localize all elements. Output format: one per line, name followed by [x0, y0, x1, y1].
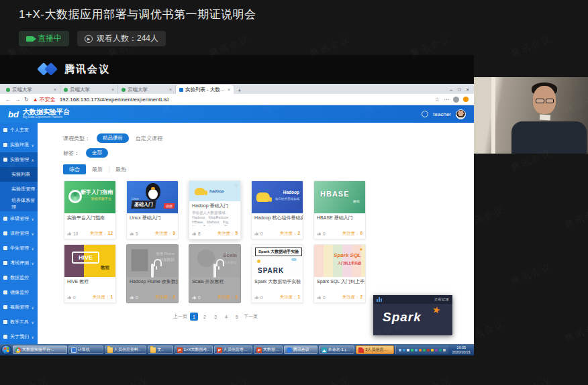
taskbar-button-powerpoint[interactable]: 人员信息培训..: [214, 345, 252, 354]
reload-icon[interactable]: ↻: [24, 97, 29, 103]
tray-icon[interactable]: [435, 349, 438, 351]
live-badge: 直播中: [19, 31, 69, 46]
sidebar-item-home[interactable]: 个人主页: [0, 123, 38, 138]
likes-count[interactable]: 8: [192, 231, 201, 236]
submenu-item-training-system[interactable]: 培养体系管理: [0, 197, 38, 211]
extensions-icon[interactable]: ⋯: [444, 97, 449, 103]
sort-tab-comprehensive[interactable]: 综合: [63, 164, 86, 174]
taskbar-button-pdf[interactable]: 2人员信息登记..: [356, 345, 394, 354]
filter-pill-selected[interactable]: 精品课程: [97, 133, 129, 143]
likes-count[interactable]: 0: [317, 295, 326, 300]
taskbar-clock[interactable]: 16:05 2020/10/21: [450, 345, 473, 354]
tray-icon[interactable]: [407, 349, 409, 351]
pagination-page[interactable]: 5: [233, 313, 241, 321]
course-card-locked[interactable]: Scala 开发教程 Scala 开发教程 0 关注度：1: [189, 244, 241, 303]
favorite-star-icon[interactable]: ☆: [234, 182, 238, 188]
course-card[interactable]: Hadoop 核心组件基础实战 Hadoop 核心组件基础实战 0 关注度：2: [251, 180, 303, 239]
submenu-item-experiment-library[interactable]: 实验库管理: [0, 182, 38, 197]
profile-avatar-icon[interactable]: [453, 97, 459, 103]
pip-header: 正在记录: [373, 295, 452, 304]
spark-video-overlay[interactable]: 正在记录 ★ Spark: [373, 295, 452, 335]
sidebar-item-experiment-mgmt[interactable]: 实验管理 ∧: [0, 152, 38, 167]
likes-count[interactable]: 0: [254, 295, 263, 300]
message-icon[interactable]: [422, 111, 428, 117]
likes-count[interactable]: 0: [254, 231, 263, 236]
new-tab-button[interactable]: +: [234, 87, 245, 94]
tag-pill-all[interactable]: 全部: [86, 148, 108, 158]
thumbs-up-icon: [67, 231, 72, 236]
taskbar-button-powerpoint[interactable]: 大数据应用部..: [254, 345, 283, 354]
course-card[interactable]: Linux 基础入门 动画 Linux 基础入门 5 关注度：9: [126, 180, 179, 239]
forward-icon[interactable]: →: [15, 97, 20, 103]
sidebar-item-class-mgmt[interactable]: 班级管理 ∨: [0, 211, 38, 226]
course-card-locked[interactable]: 使用 Flume 收集数据 Hadoop Flume 收集数据.. 0 关注度：…: [126, 244, 179, 303]
taskbar-button-folder[interactable]: 人员信息资料..: [105, 345, 147, 354]
tab-close-icon[interactable]: ×: [228, 87, 230, 92]
browser-tab[interactable]: 云端大学 ×: [118, 85, 176, 94]
tab-close-icon[interactable]: ×: [169, 87, 172, 92]
close-button[interactable]: ×: [467, 87, 469, 93]
sidebar-item-about[interactable]: 关于我们 ∨: [0, 329, 38, 344]
likes-count[interactable]: 0: [192, 295, 201, 300]
update-dot-icon[interactable]: [463, 97, 469, 102]
taskbar-button-meeting[interactable]: 腾讯会议: [284, 345, 317, 354]
tab-close-icon[interactable]: ×: [54, 87, 56, 92]
pagination-page[interactable]: 2: [201, 313, 209, 321]
back-icon[interactable]: ←: [5, 97, 11, 103]
sidebar-item-student-mgmt[interactable]: 学生管理 ∨: [0, 241, 38, 256]
browser-tab[interactable]: 云端大学 ×: [60, 85, 118, 94]
taskbar-button-chrome[interactable]: 大数据实验平台-..: [13, 345, 67, 354]
sidebar-item-environment[interactable]: 实验环境 ∨: [0, 138, 38, 152]
sort-tab-newest[interactable]: 最新: [86, 164, 109, 174]
pagination-prev[interactable]: 上一页: [173, 313, 187, 320]
sidebar-item-video-mgmt[interactable]: 视频管理 ∨: [0, 300, 38, 315]
tray-icon[interactable]: [403, 349, 405, 351]
tray-icon[interactable]: [443, 349, 446, 351]
sidebar-item-course-mgmt[interactable]: 课程管理 ∨: [0, 226, 38, 241]
tray-icon[interactable]: [411, 349, 413, 351]
filter-option-custom[interactable]: 自定义课程: [136, 135, 162, 142]
sidebar-item-teaching-tools[interactable]: 教学工具 ∨: [0, 315, 38, 329]
course-card[interactable]: HBASE 教程 HBASE 基础入门 0 关注度：0: [313, 180, 366, 239]
sidebar-item-exam[interactable]: 考试评测 ∨: [0, 256, 38, 270]
tray-icon[interactable]: [419, 349, 422, 351]
taskbar-button-computer[interactable]: 计算机: [68, 345, 103, 354]
browser-tab[interactable]: 云端大学 ×: [3, 85, 60, 94]
course-card[interactable]: Spark 大数据动手实验 SPARK Spark 大数据动手实验 0 关注度：…: [251, 244, 303, 303]
tray-icon[interactable]: [439, 349, 442, 351]
pagination-next[interactable]: 下一页: [244, 313, 258, 320]
tab-close-icon[interactable]: ×: [111, 87, 114, 92]
tray-icon[interactable]: [431, 349, 434, 351]
submenu-item-experiment-list[interactable]: 实验列表: [0, 167, 38, 182]
url-input[interactable]: 192.168.130.173/#/experiment/experimentL…: [60, 97, 431, 103]
avatar[interactable]: [456, 109, 466, 119]
bookmark-star-icon[interactable]: ☆: [435, 97, 440, 103]
course-card[interactable]: 新手入门指南 轻松实验平台 实验平台入门指南 10 关注度：12: [64, 180, 116, 239]
tray-icon[interactable]: [427, 349, 430, 351]
browser-tab-active[interactable]: 实验列表 - 大数据实验平台 ×: [176, 85, 234, 94]
security-warning[interactable]: ▲ 不安全: [33, 96, 56, 103]
taskbar-button-image[interactable]: 未命名-1.jpg..: [319, 345, 355, 354]
likes-count[interactable]: 0: [130, 295, 138, 300]
sidebar-item-image-monitor[interactable]: 镜像监控: [0, 285, 38, 300]
start-button[interactable]: [1, 345, 11, 355]
course-card-hovered[interactable]: ☆ hadoop Hadoop 基础入门 带你进入大数据领域：Hadoop、Ma…: [189, 180, 241, 239]
taskbar-button-folder[interactable]: 文..: [148, 345, 173, 354]
course-card[interactable]: ★ Spark SQL 入门到上手实战 Spark SQL 入门到上手实战 0 …: [313, 244, 366, 303]
likes-count[interactable]: 5: [130, 231, 138, 236]
pagination-page[interactable]: 1: [190, 313, 198, 321]
pagination-page[interactable]: 4: [222, 313, 230, 321]
tray-icon[interactable]: [423, 349, 426, 351]
tray-icon[interactable]: [399, 349, 401, 351]
likes-count[interactable]: 10: [67, 231, 78, 236]
maximize-button[interactable]: □: [458, 87, 461, 93]
tray-icon[interactable]: [415, 349, 418, 351]
pagination-page[interactable]: 3: [211, 313, 219, 321]
taskbar-button-powerpoint[interactable]: 1+X大数据考..: [175, 345, 213, 354]
sort-tab-hottest[interactable]: 最热: [109, 164, 132, 174]
likes-count[interactable]: 0: [67, 295, 76, 300]
likes-count[interactable]: 0: [317, 231, 326, 236]
sidebar-item-data-monitor[interactable]: 数据监控: [0, 270, 38, 285]
course-card[interactable]: HIVE 教程 HIVE 教程 0 关注度：1: [64, 244, 116, 303]
minimize-button[interactable]: –: [450, 87, 452, 93]
